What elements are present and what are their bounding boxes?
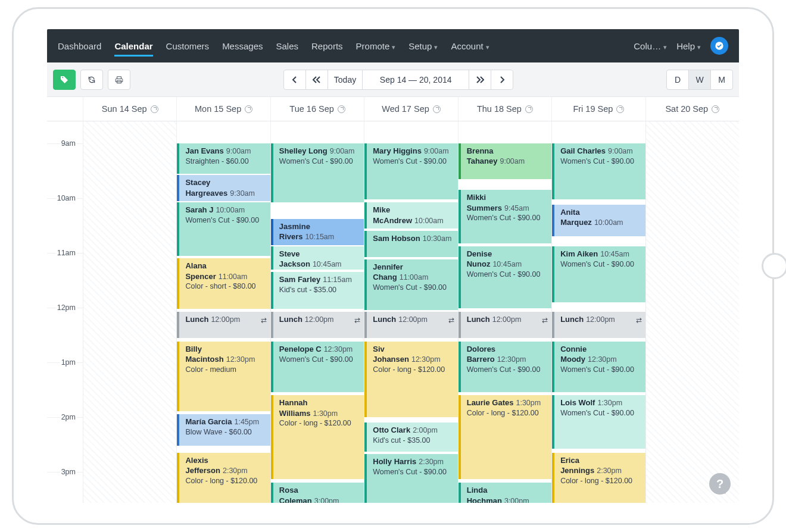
calendar-event[interactable]: Stacey Hargreaves9:30am bbox=[177, 175, 270, 201]
repeat-icon: ⇄ bbox=[354, 315, 360, 325]
calendar-event[interactable]: Linda Hochman3:00pmWomen's Cut - bbox=[458, 483, 551, 503]
day-column[interactable]: Jan Evans9:00amStraighten - $60.00Stacey… bbox=[176, 121, 270, 503]
view-week-button[interactable]: W bbox=[688, 70, 711, 90]
calendar-event[interactable]: Lunch12:00pm⇄ bbox=[364, 312, 457, 338]
event-time: 10:45am bbox=[492, 260, 522, 268]
view-month-button[interactable]: M bbox=[710, 70, 733, 90]
event-time: 3:00pm bbox=[504, 497, 529, 503]
nav-item-reports[interactable]: Reports bbox=[311, 31, 343, 61]
event-desc: Women's Cut - $90.00 bbox=[560, 157, 640, 167]
day-header[interactable]: Sat 20 Sep bbox=[645, 97, 739, 121]
calendar-event[interactable]: Alana Spencer11:00amColor - short - $80.… bbox=[177, 258, 270, 309]
calendar-event[interactable]: Billy Macintosh12:30pmColor - medium bbox=[177, 342, 270, 412]
day-column[interactable] bbox=[83, 121, 176, 503]
event-time: 1:30pm bbox=[313, 409, 338, 418]
time-gutter: 9am10am11am12pm1pm2pm3pm bbox=[47, 121, 83, 503]
day-column[interactable] bbox=[645, 121, 739, 503]
hour-line: 2pm bbox=[47, 417, 83, 418]
date-range-button[interactable]: Sep 14 — 20, 2014 bbox=[362, 70, 469, 90]
day-header[interactable]: Thu 18 Sep bbox=[458, 97, 551, 121]
event-time: 12:30pm bbox=[226, 355, 255, 364]
event-name: Sam Farley bbox=[279, 275, 320, 284]
event-name: Lunch bbox=[185, 315, 208, 324]
event-name: Connie Moody bbox=[560, 345, 587, 364]
calendar-event[interactable]: Alexis Jefferson2:30pmColor - long - $12… bbox=[177, 453, 270, 503]
calendar-event[interactable]: Steve Jackson10:45am bbox=[271, 246, 364, 270]
calendar-event[interactable]: Jennifer Chang11:00amWomen's Cut - $90.0… bbox=[364, 259, 457, 310]
event-time: 9:00am bbox=[500, 157, 525, 165]
nav-item-dashboard[interactable]: Dashboard bbox=[58, 31, 101, 61]
calendar-event[interactable]: Rosa Coleman3:00pm bbox=[271, 483, 364, 503]
event-name: Stacey Hargreaves bbox=[185, 178, 227, 198]
view-day-button[interactable]: D bbox=[666, 70, 689, 90]
calendar-event[interactable]: Hannah Williams1:30pmColor - long - $120… bbox=[271, 395, 364, 479]
nav-item-sales[interactable]: Sales bbox=[276, 31, 299, 61]
calendar-event[interactable]: Laurie Gates1:30pmColor - long - $120.00 bbox=[458, 395, 551, 479]
event-time: 9:00am bbox=[330, 147, 355, 155]
day-column[interactable]: Mary Higgins9:00amWomen's Cut - $90.00Mi… bbox=[364, 121, 457, 503]
calendar-event[interactable]: Gail Charles9:00amWomen's Cut - $90.00 bbox=[552, 143, 645, 200]
calendar-event[interactable]: Mary Higgins9:00amWomen's Cut - $90.00 bbox=[364, 143, 457, 200]
calendar-event[interactable]: Sam Hobson10:30am bbox=[364, 231, 457, 257]
refresh-button[interactable] bbox=[80, 70, 103, 90]
calendar-event[interactable]: Sam Farley11:15amKid's cut - $35.00 bbox=[271, 272, 364, 309]
calendar-event[interactable]: Denise Nunoz10:45amWomen's Cut - $90.00 bbox=[458, 246, 551, 308]
help-bubble[interactable]: ? bbox=[709, 473, 731, 495]
calendar-event[interactable]: Jan Evans9:00amStraighten - $60.00 bbox=[177, 143, 270, 174]
calendar-event[interactable]: Sarah J10:00amWomen's Cut - $90.00 bbox=[177, 202, 270, 256]
day-header[interactable]: Sun 14 Sep bbox=[83, 97, 176, 121]
calendar-event[interactable]: Holly Harris2:30pmWomen's Cut - $90.00 bbox=[364, 454, 457, 503]
calendar-event[interactable]: Shelley Long9:00amWomen's Cut - $90.00 bbox=[271, 143, 364, 202]
event-name: Lunch bbox=[467, 315, 490, 324]
event-time: 11:15am bbox=[323, 276, 352, 284]
event-time: 12:00pm bbox=[398, 315, 428, 324]
calendar-event[interactable]: Siv Johansen12:30pmColor - long - $120.0… bbox=[364, 342, 457, 417]
user-menu[interactable]: Colu… bbox=[634, 41, 667, 51]
calendar-event[interactable]: Lunch12:00pm⇄ bbox=[271, 312, 364, 338]
print-button[interactable] bbox=[108, 70, 130, 90]
event-name: Sarah J bbox=[185, 205, 213, 214]
next-fast-button[interactable] bbox=[469, 70, 491, 90]
day-column[interactable]: Shelley Long9:00amWomen's Cut - $90.00Ja… bbox=[270, 121, 364, 503]
nav-item-customers[interactable]: Customers bbox=[166, 31, 210, 61]
calendar-event[interactable]: Lois Wolf1:30pmWomen's Cut - $90.00 bbox=[552, 395, 645, 449]
day-header[interactable]: Tue 16 Sep bbox=[270, 97, 364, 121]
calendar-event[interactable]: Mike McAndrew10:00am bbox=[364, 202, 457, 229]
day-column[interactable]: Gail Charles9:00amWomen's Cut - $90.00An… bbox=[551, 121, 645, 503]
day-header[interactable]: Fri 19 Sep bbox=[551, 97, 645, 121]
nav-item-messages[interactable]: Messages bbox=[222, 31, 263, 61]
today-button[interactable]: Today bbox=[328, 70, 363, 90]
nav-item-account[interactable]: Account bbox=[451, 31, 489, 61]
topbar: DashboardCalendarCustomersMessagesSalesR… bbox=[47, 29, 739, 62]
calendar-event[interactable]: Jasmine Rivers10:15am bbox=[271, 219, 364, 245]
event-name: Denise Nunoz bbox=[467, 249, 492, 269]
calendar-event[interactable]: Dolores Barrero12:30pmWomen's Cut - $90.… bbox=[458, 342, 551, 392]
calendar-event[interactable]: Connie Moody12:30pmWomen's Cut - $90.00 bbox=[552, 342, 645, 392]
calendar-event[interactable]: Lunch12:00pm⇄ bbox=[177, 312, 270, 338]
nav-item-setup[interactable]: Setup bbox=[408, 31, 438, 61]
calendar-event[interactable]: María Garcia1:45pmBlow Wave - $60.00 bbox=[177, 414, 270, 446]
day-column[interactable]: Brenna Tahaney9:00amMikki Summers9:45amW… bbox=[458, 121, 551, 503]
prev-button[interactable] bbox=[283, 70, 306, 90]
calendar-event[interactable]: Penelope C12:30pmWomen's Cut - $90.00 bbox=[271, 342, 364, 392]
nav-item-promote[interactable]: Promote bbox=[356, 31, 396, 61]
day-header[interactable]: Mon 15 Sep bbox=[176, 97, 270, 121]
calendar-event[interactable]: Otto Clark2:00pmKid's cut - $35.00 bbox=[364, 423, 457, 452]
calendar-event[interactable]: Lunch12:00pm⇄ bbox=[458, 312, 551, 338]
event-name: Sam Hobson bbox=[373, 234, 420, 243]
prev-fast-button[interactable] bbox=[305, 70, 328, 90]
status-badge-icon[interactable] bbox=[710, 37, 728, 55]
calendar-event[interactable]: Lunch12:00pm⇄ bbox=[552, 312, 645, 338]
calendar-event[interactable]: Kim Aiken10:45amWomen's Cut - $90.00 bbox=[552, 246, 645, 303]
help-menu[interactable]: Help bbox=[676, 41, 701, 51]
nav-item-calendar[interactable]: Calendar bbox=[114, 31, 152, 61]
calendar-event[interactable]: Erica Jennings2:30pmColor - long - $120.… bbox=[552, 453, 645, 503]
next-button[interactable] bbox=[491, 70, 513, 90]
tag-button[interactable] bbox=[53, 70, 76, 90]
day-header[interactable]: Wed 17 Sep bbox=[364, 97, 457, 121]
calendar-event[interactable]: Brenna Tahaney9:00am bbox=[458, 143, 551, 180]
calendar-event[interactable]: Anita Marquez10:00am bbox=[552, 205, 645, 236]
calendar-event[interactable]: Mikki Summers9:45amWomen's Cut - $90.00 bbox=[458, 190, 551, 243]
event-time: 10:00am bbox=[216, 206, 245, 214]
double-chevron-left-icon bbox=[313, 76, 321, 83]
